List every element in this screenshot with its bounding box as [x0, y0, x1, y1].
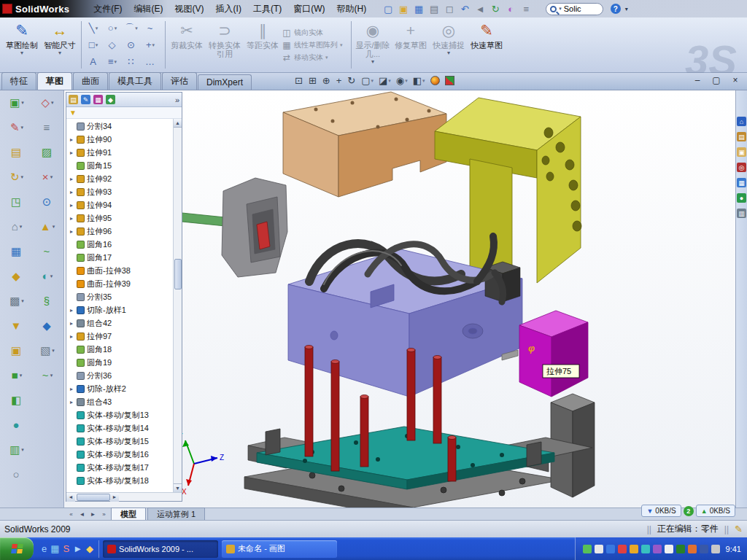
- commandmanager-tab[interactable]: 模具工具: [109, 72, 161, 90]
- toolbar-icon[interactable]: ↻: [489, 2, 502, 15]
- scroll-right-icon[interactable]: ►: [110, 493, 119, 502]
- featuremanager-header-icon[interactable]: ◆: [106, 95, 115, 104]
- scroll-left-icon[interactable]: ◄: [66, 493, 75, 502]
- commandmanager-tab[interactable]: 草图: [37, 72, 72, 90]
- tray-icon[interactable]: [606, 545, 615, 553]
- sketch-tool-button[interactable]: ◇: [103, 36, 122, 53]
- quick-launch-icon[interactable]: ▦: [50, 543, 59, 554]
- sketch-tool-button[interactable]: …: [141, 53, 160, 70]
- sketch-tool-button[interactable]: ∷: [122, 53, 141, 70]
- dropdown-arrow-icon[interactable]: ▾: [115, 59, 117, 65]
- menu-item[interactable]: 帮助(H): [332, 1, 372, 18]
- menu-item[interactable]: 插入(I): [211, 1, 247, 18]
- view-tool-icon[interactable]: ⊡: [295, 75, 303, 86]
- tree-item[interactable]: ▸ 拉伸96: [66, 225, 173, 238]
- panel-expand-chevron-icon[interactable]: »: [175, 96, 179, 104]
- tray-icon[interactable]: [641, 545, 650, 553]
- expand-arrow-icon[interactable]: ▸: [69, 307, 74, 314]
- left-toolbar-button[interactable]: ~ ▾: [34, 366, 61, 384]
- quick-launch-icon[interactable]: ►: [73, 543, 82, 554]
- model-part-top-clamp-plate[interactable]: [283, 92, 446, 197]
- tree-item[interactable]: ▸ 拉伸91: [66, 146, 173, 159]
- tree-item[interactable]: 分割34: [66, 120, 173, 133]
- sketch-tool-button[interactable]: ⊙: [122, 36, 141, 53]
- featuremanager-header-icon[interactable]: ▤: [69, 95, 78, 104]
- sketch-tool-button[interactable]: ~: [141, 20, 160, 36]
- tree-item[interactable]: 曲面-拉伸39: [66, 277, 173, 290]
- tree-horizontal-scrollbar[interactable]: ◄ ►: [66, 492, 182, 501]
- left-toolbar-button[interactable]: ○: [3, 465, 31, 483]
- left-toolbar-button[interactable]: ≡: [34, 118, 61, 136]
- tree-item[interactable]: 圆角16: [66, 238, 173, 251]
- view-tool-icon[interactable]: ◧ ▾: [413, 75, 425, 86]
- dropdown-arrow-icon[interactable]: ▾: [50, 373, 53, 378]
- dropdown-arrow-icon[interactable]: ▾: [422, 78, 425, 84]
- tray-icon[interactable]: [653, 545, 662, 553]
- tree-item[interactable]: ▸ 拉伸90: [66, 133, 173, 146]
- view-tool-icon[interactable]: ▢ ▾: [361, 75, 374, 86]
- tree-item[interactable]: 实体-移动/复制16: [66, 448, 173, 461]
- left-toolbar-button[interactable]: ▧ ▾: [34, 341, 61, 359]
- left-toolbar-button[interactable]: ⊙: [34, 192, 61, 211]
- left-toolbar-button[interactable]: ▤: [3, 143, 31, 161]
- vertical-scroll-thumb[interactable]: [174, 259, 182, 289]
- left-toolbar-button[interactable]: × ▾: [34, 168, 61, 186]
- left-toolbar-button[interactable]: ▦: [3, 242, 31, 260]
- dropdown-arrow-icon[interactable]: ▾: [20, 50, 23, 56]
- commandmanager-tab[interactable]: 曲面: [73, 72, 108, 90]
- download-speed-badge[interactable]: ▼ 0KB/S: [641, 505, 681, 517]
- commandmanager-tab[interactable]: 特征: [1, 72, 36, 90]
- expand-arrow-icon[interactable]: ▸: [69, 320, 74, 327]
- window-control-icon[interactable]: ×: [729, 75, 741, 85]
- scene-checker-icon[interactable]: [445, 76, 454, 85]
- chevron-down-icon[interactable]: ▾: [625, 6, 628, 12]
- dropdown-arrow-icon[interactable]: ▾: [21, 125, 24, 131]
- tree-item[interactable]: 圆角19: [66, 356, 173, 369]
- tree-item[interactable]: ▸ 拉伸93: [66, 185, 173, 198]
- left-toolbar-button[interactable]: ◆: [3, 267, 31, 285]
- window-control-icon[interactable]: ▢: [711, 75, 722, 85]
- model-part-magenta-block[interactable]: φ: [519, 311, 588, 397]
- task-pane-icon[interactable]: ⌂: [737, 117, 746, 126]
- tree-item[interactable]: 分割35: [66, 290, 173, 303]
- left-toolbar-button[interactable]: ▣: [3, 341, 31, 359]
- tray-icon[interactable]: [665, 545, 673, 553]
- left-toolbar-button[interactable]: ↻ ▾: [3, 168, 31, 186]
- ribbon-button[interactable]: ⊃ 转换实体引用: [206, 19, 244, 71]
- left-toolbar-button[interactable]: ◐ ▾: [34, 267, 61, 285]
- expand-arrow-icon[interactable]: ▸: [69, 333, 74, 340]
- tree-item[interactable]: ▸ 切除-放样1: [66, 303, 173, 316]
- toolbar-icon[interactable]: ◄: [473, 2, 487, 15]
- ribbon-button[interactable]: + 修复草图: [392, 19, 430, 71]
- ribbon-button[interactable]: ∥ 等距实体: [244, 19, 282, 71]
- taskbar-task-button[interactable]: SolidWorks 2009 - ...: [103, 540, 218, 558]
- view-tool-icon[interactable]: ◉ ▾: [396, 75, 408, 86]
- toolbar-icon[interactable]: ◐: [504, 2, 517, 15]
- toolbar-icon[interactable]: ▦: [412, 2, 425, 15]
- dropdown-arrow-icon[interactable]: ▾: [21, 298, 24, 304]
- tree-item[interactable]: 圆角17: [66, 251, 173, 264]
- dropdown-arrow-icon[interactable]: ▾: [388, 78, 391, 84]
- left-toolbar-button[interactable]: ●: [3, 416, 31, 434]
- commandmanager-tab[interactable]: DimXpert: [198, 74, 252, 90]
- expand-arrow-icon[interactable]: ▸: [69, 136, 74, 143]
- toolbar-icon[interactable]: ◻: [443, 2, 456, 15]
- left-toolbar-button[interactable]: ◇ ▾: [34, 93, 61, 112]
- window-control-icon[interactable]: –: [692, 75, 703, 85]
- toolbar-icon[interactable]: ▤: [427, 2, 441, 15]
- ribbon-button[interactable]: ◎ 快速捕捉 ▾: [430, 19, 468, 71]
- view-tool-icon[interactable]: +: [336, 75, 343, 86]
- upload-speed-badge[interactable]: ▲ 0KB/S: [696, 505, 735, 517]
- tree-item[interactable]: ▸ 拉伸97: [66, 330, 173, 343]
- tree-item[interactable]: 分割36: [66, 369, 173, 382]
- tree-item[interactable]: 实体-移动/复制13: [66, 408, 173, 421]
- tab-nav-icon[interactable]: «: [66, 511, 77, 518]
- view-tool-icon[interactable]: ⊞: [309, 75, 317, 86]
- expand-arrow-icon[interactable]: ▸: [69, 215, 74, 222]
- tree-item[interactable]: ▸ 组合43: [66, 395, 173, 408]
- tray-icon[interactable]: [630, 545, 638, 553]
- expand-arrow-icon[interactable]: ▸: [69, 149, 74, 156]
- view-tool-icon[interactable]: ◪ ▾: [379, 75, 391, 86]
- taskbar-task-button[interactable]: 未命名 - 画图: [222, 540, 337, 558]
- ribbon-button[interactable]: ◉ 显示/删除几... ▾: [354, 19, 392, 71]
